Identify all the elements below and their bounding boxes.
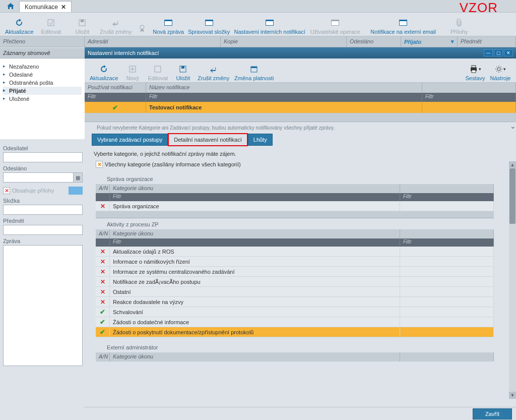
- row-name: Ostatní: [110, 287, 400, 296]
- panel-save-button[interactable]: Uložit: [170, 64, 196, 81]
- col-copy[interactable]: Kopie: [221, 36, 347, 47]
- panel-header: Nastavení interních notifikací ― ▢ ✕: [85, 47, 516, 58]
- col-sent[interactable]: Odesláno: [347, 36, 401, 47]
- new-message-button[interactable]: Nová zpráva: [151, 17, 186, 35]
- internal-notif-button[interactable]: Nastavení interních notifikací: [232, 17, 307, 35]
- subject-input[interactable]: [3, 225, 83, 235]
- has-attachments-label: Obsahuje přílohy: [12, 188, 67, 194]
- tab-label: Komunikace: [25, 4, 58, 11]
- row-name: Notifikace ze zadÃ¡vacÃ­ho postupu: [110, 277, 400, 286]
- close-button[interactable]: Zavřít: [473, 408, 512, 419]
- message-textarea[interactable]: [3, 245, 83, 366]
- col-read[interactable]: Přečteno: [0, 36, 85, 47]
- table-row[interactable]: ✕Aktualizace údajů z ROS: [96, 247, 494, 257]
- row-toggle[interactable]: ✕: [96, 201, 110, 211]
- row-name: Aktualizace údajů z ROS: [110, 247, 400, 256]
- row-toggle[interactable]: ✕: [96, 267, 110, 276]
- folder-prijate[interactable]: Přijaté: [3, 87, 82, 95]
- auto-notify-hint: Pokud nevyberete Kategorie ani Zadávací …: [85, 122, 516, 132]
- scroll-thumb[interactable]: [509, 168, 515, 224]
- has-attachments-checkbox[interactable]: ✕: [3, 187, 10, 194]
- refresh-icon: [15, 17, 24, 28]
- col-received[interactable]: Přijato▾: [401, 36, 458, 47]
- table-row[interactable]: ✕Informace o námitkových řízení: [96, 257, 494, 267]
- notif-name: Testovací notifikace: [146, 102, 422, 113]
- row-toggle[interactable]: ✔: [96, 327, 110, 337]
- row-toggle[interactable]: ✕: [96, 257, 110, 266]
- col-recipients[interactable]: Adresáti: [85, 36, 221, 47]
- row-toggle[interactable]: ✕: [96, 297, 110, 307]
- section-externi: Externí administrátor: [107, 344, 509, 350]
- tab-komunikace[interactable]: Komunikace ✕: [19, 1, 72, 12]
- table-row[interactable]: ✕Správa organizace: [96, 201, 494, 211]
- scroll-down-icon[interactable]: ▼: [509, 392, 516, 399]
- manage-folders-button[interactable]: Spravovat složky: [186, 17, 232, 35]
- folder-label: Složka: [3, 198, 83, 204]
- sent-input[interactable]: ▦: [3, 172, 83, 183]
- notif-row[interactable]: ✔ Testovací notifikace: [85, 102, 516, 113]
- all-categories-label: Všechny kategorie (zasílány informace vš…: [105, 161, 241, 167]
- notif-filter-row[interactable]: Filtr Filtr Filtr: [85, 93, 516, 102]
- row-toggle[interactable]: ✔: [96, 307, 110, 317]
- user-ops-button[interactable]: Uživatelské operace: [307, 17, 363, 35]
- tools-button[interactable]: ▾ Nástroje: [488, 64, 513, 81]
- panel-update-button[interactable]: Aktualizace: [88, 64, 120, 81]
- row-name: Žádosti o poskytnutí dokumentace/zpřístu…: [110, 327, 400, 337]
- maximize-icon[interactable]: ▢: [494, 49, 503, 56]
- home-icon[interactable]: [2, 0, 19, 12]
- svg-rect-11: [332, 21, 339, 25]
- folder-nezarazeno[interactable]: Nezařazeno: [3, 63, 82, 71]
- table-row[interactable]: ✕Ostatní: [96, 287, 494, 297]
- message-label: Zpráva: [3, 238, 83, 244]
- calendar-icon[interactable]: ▦: [73, 173, 82, 182]
- tab-postupy[interactable]: Vybrané zadávací postupy: [92, 134, 168, 146]
- ext-email-button[interactable]: Notifikace na externí email: [363, 17, 443, 35]
- col-subject[interactable]: Předmět: [458, 36, 516, 47]
- table-row[interactable]: ✕Informace ze systému centralizovaného z…: [96, 267, 494, 277]
- folder-ulozene[interactable]: Uložené: [3, 95, 82, 103]
- table-row[interactable]: ✕Reakce dodavatele na výzvy: [96, 297, 494, 307]
- table-row[interactable]: ✔Schvalování: [96, 307, 494, 317]
- panel-new-button[interactable]: Nový: [120, 64, 145, 81]
- medal-button[interactable]: [134, 23, 151, 35]
- row-toggle[interactable]: ✕: [96, 287, 110, 296]
- save-icon: [78, 17, 86, 28]
- close-icon[interactable]: ✕: [504, 49, 513, 56]
- scroll-up-icon[interactable]: ▲: [509, 161, 516, 168]
- col-notif-name[interactable]: Název notifikace: [146, 83, 422, 93]
- panel-edit-button[interactable]: Editovat: [145, 64, 170, 81]
- all-categories-checkbox[interactable]: ✕: [96, 161, 103, 168]
- vertical-scrollbar[interactable]: ▲ ▼: [509, 161, 516, 399]
- tab-detailni[interactable]: Detailní nastavení notifikací: [168, 133, 248, 146]
- cancel-button[interactable]: Zrušit změny: [98, 17, 134, 35]
- close-icon[interactable]: ✕: [61, 4, 66, 11]
- panel-validity-button[interactable]: Změna platnosti: [231, 64, 277, 81]
- reports-button[interactable]: ▾ Sestavy: [463, 64, 488, 81]
- table-row[interactable]: ✔Žádosti o poskytnutí dokumentace/zpříst…: [96, 327, 494, 337]
- row-toggle[interactable]: ✕: [96, 247, 110, 256]
- folder-odeslane[interactable]: Odeslané: [3, 71, 82, 79]
- x-icon: ✕: [100, 298, 105, 306]
- table-row[interactable]: ✕Notifikace ze zadÃ¡vacÃ­ho postupu: [96, 277, 494, 287]
- update-button[interactable]: Aktualizace: [3, 17, 35, 35]
- folder-input[interactable]: [3, 205, 83, 215]
- folder-odstranena[interactable]: Odstraněná pošta: [3, 79, 82, 87]
- tab-lhuty[interactable]: Lhůty: [248, 134, 273, 146]
- save-button[interactable]: Uložit: [67, 17, 98, 35]
- col-use[interactable]: Používat notifikaci: [85, 83, 146, 93]
- row-toggle[interactable]: ✔: [96, 317, 110, 327]
- sender-input[interactable]: [3, 152, 83, 162]
- medal-icon: [139, 23, 146, 34]
- minimize-icon[interactable]: ―: [484, 49, 493, 56]
- svg-rect-7: [206, 21, 213, 25]
- row-toggle[interactable]: ✕: [96, 277, 110, 286]
- attachments-button[interactable]: Přílohy: [443, 17, 475, 35]
- chevron-down-icon[interactable]: ⌄: [510, 122, 516, 130]
- undo-icon: [111, 17, 120, 28]
- edit-button[interactable]: Editovat: [35, 17, 67, 35]
- col-tail: [422, 83, 516, 93]
- x-icon: ✕: [100, 258, 105, 265]
- panel-cancel-button[interactable]: Zrušit změny: [196, 64, 231, 81]
- cat-table-3: A/NKategorie úkonu: [96, 352, 494, 362]
- table-row[interactable]: ✔Žádosti o dodatečné informace: [96, 317, 494, 327]
